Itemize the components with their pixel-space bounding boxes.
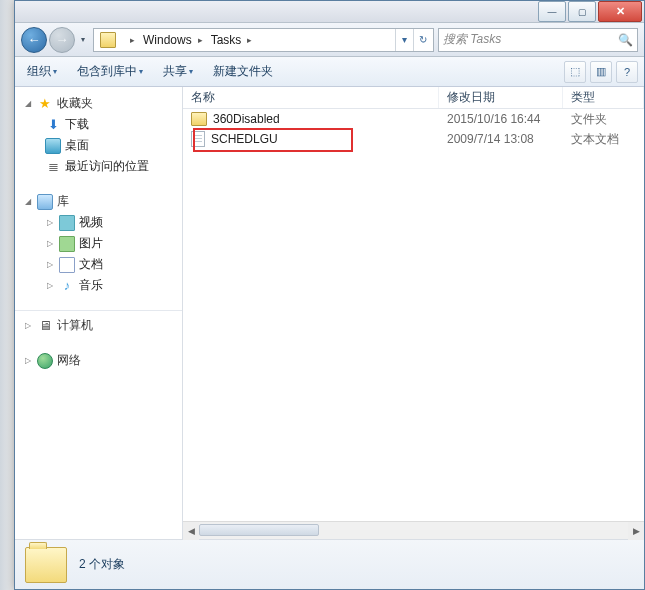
- explorer-window: — ▢ ✕ ← → ▾ ▸ Windows ▸ Tasks ▸ ▾ ↻: [14, 0, 645, 590]
- object-count-label: 2 个对象: [79, 556, 125, 573]
- folder-icon: [100, 32, 116, 48]
- breadcrumb-label: Tasks: [211, 33, 242, 47]
- expand-icon: ▷: [45, 281, 55, 290]
- refresh-button[interactable]: ↻: [413, 29, 431, 51]
- titlebar: — ▢ ✕: [15, 1, 644, 23]
- breadcrumb-label: Windows: [143, 33, 192, 47]
- scroll-thumb[interactable]: [199, 524, 319, 536]
- sidebar-item-recent[interactable]: ≣ 最近访问的位置: [15, 156, 182, 177]
- breadcrumb[interactable]: Windows ▸: [139, 29, 207, 51]
- breadcrumb[interactable]: Tasks ▸: [207, 29, 257, 51]
- folder-icon: [191, 112, 207, 126]
- file-type: 文本文档: [563, 131, 644, 148]
- back-button[interactable]: ←: [21, 27, 47, 53]
- expand-icon: ▷: [23, 321, 33, 330]
- main-area: ◢ ★ 收藏夹 ⬇ 下载 桌面 ≣ 最近访问的位置: [15, 87, 644, 539]
- address-bar-buttons: ▾ ↻: [395, 29, 431, 51]
- scroll-left-button[interactable]: ◀: [183, 522, 199, 540]
- chevron-right-icon: ▸: [198, 35, 203, 45]
- documents-icon: [59, 257, 75, 273]
- column-header-name[interactable]: 名称: [183, 87, 439, 108]
- sidebar-item-downloads[interactable]: ⬇ 下载: [15, 114, 182, 135]
- chevron-down-icon: ▾: [53, 67, 57, 76]
- maximize-button[interactable]: ▢: [568, 1, 596, 22]
- column-headers: 名称 修改日期 类型: [183, 87, 644, 109]
- sidebar-item-label: 视频: [79, 214, 103, 231]
- help-button[interactable]: ?: [616, 61, 638, 83]
- folder-icon: [25, 547, 67, 583]
- search-input[interactable]: 搜索 Tasks 🔍: [438, 28, 638, 52]
- outer-shadow: [0, 0, 14, 590]
- list-item[interactable]: 360Disabled 2015/10/16 16:44 文件夹: [183, 109, 644, 129]
- desktop-icon: [45, 138, 61, 154]
- chevron-right-icon: ▸: [130, 35, 135, 45]
- file-type: 文件夹: [563, 111, 644, 128]
- organize-menu[interactable]: 组织 ▾: [21, 61, 63, 82]
- organize-label: 组织: [27, 63, 51, 80]
- file-rows: 360Disabled 2015/10/16 16:44 文件夹 SCHEDLG…: [183, 109, 644, 521]
- sidebar-item-label: 音乐: [79, 277, 103, 294]
- forward-button[interactable]: →: [49, 27, 75, 53]
- expand-icon: ▷: [45, 218, 55, 227]
- nav-buttons: ← → ▾: [21, 27, 89, 53]
- expand-icon: ▷: [45, 260, 55, 269]
- scroll-right-button[interactable]: ▶: [628, 522, 644, 540]
- sidebar-item-label: 计算机: [57, 317, 93, 334]
- view-options-button[interactable]: ⬚: [564, 61, 586, 83]
- include-in-library-menu[interactable]: 包含到库中 ▾: [71, 61, 149, 82]
- file-date: 2009/7/14 13:08: [439, 132, 563, 146]
- textfile-icon: [191, 131, 205, 147]
- favorites-group: ◢ ★ 收藏夹 ⬇ 下载 桌面 ≣ 最近访问的位置: [15, 93, 182, 177]
- address-dropdown[interactable]: ▾: [395, 29, 413, 51]
- column-header-date[interactable]: 修改日期: [439, 87, 563, 108]
- star-icon: ★: [37, 96, 53, 112]
- nav-history-dropdown[interactable]: ▾: [77, 27, 89, 53]
- share-menu[interactable]: 共享 ▾: [157, 61, 199, 82]
- minimize-button[interactable]: —: [538, 1, 566, 22]
- sidebar-item-label: 图片: [79, 235, 103, 252]
- column-header-type[interactable]: 类型: [563, 87, 644, 108]
- sidebar-item-label: 文档: [79, 256, 103, 273]
- sidebar-item-desktop[interactable]: 桌面: [15, 135, 182, 156]
- sidebar-item-videos[interactable]: ▷ 视频: [15, 212, 182, 233]
- search-placeholder: 搜索 Tasks: [443, 31, 501, 48]
- favorites-label: 收藏夹: [57, 95, 93, 112]
- toolbar: 组织 ▾ 包含到库中 ▾ 共享 ▾ 新建文件夹 ⬚ ▥ ?: [15, 57, 644, 87]
- list-item[interactable]: SCHEDLGU 2009/7/14 13:08 文本文档: [183, 129, 644, 149]
- sidebar-item-computer[interactable]: ▷ 🖥 计算机: [15, 315, 182, 336]
- chevron-right-icon: ▸: [247, 35, 252, 45]
- favorites-header[interactable]: ◢ ★ 收藏夹: [15, 93, 182, 114]
- breadcrumb[interactable]: ▸: [120, 29, 139, 51]
- sidebar-item-pictures[interactable]: ▷ 图片: [15, 233, 182, 254]
- close-button[interactable]: ✕: [598, 1, 642, 22]
- computer-group: ▷ 🖥 计算机: [15, 315, 182, 336]
- sidebar-item-music[interactable]: ▷ ♪ 音乐: [15, 275, 182, 296]
- chevron-down-icon: ▾: [189, 67, 193, 76]
- sidebar-item-label: 最近访问的位置: [65, 158, 149, 175]
- expand-icon: ▷: [23, 356, 33, 365]
- sidebar-item-label: 网络: [57, 352, 81, 369]
- downloads-icon: ⬇: [45, 117, 61, 133]
- share-label: 共享: [163, 63, 187, 80]
- libraries-icon: [37, 194, 53, 210]
- computer-icon: 🖥: [37, 318, 53, 334]
- new-folder-button[interactable]: 新建文件夹: [207, 61, 279, 82]
- libraries-header[interactable]: ◢ 库: [15, 191, 182, 212]
- navbar: ← → ▾ ▸ Windows ▸ Tasks ▸ ▾ ↻ 搜索 Tasks: [15, 23, 644, 57]
- sidebar-item-network[interactable]: ▷ 网络: [15, 350, 182, 371]
- music-icon: ♪: [59, 278, 75, 294]
- horizontal-scrollbar[interactable]: ◀ ▶: [183, 521, 644, 539]
- libraries-label: 库: [57, 193, 69, 210]
- sidebar-item-documents[interactable]: ▷ 文档: [15, 254, 182, 275]
- recent-icon: ≣: [45, 159, 61, 175]
- preview-pane-button[interactable]: ▥: [590, 61, 612, 83]
- expand-icon: ◢: [23, 99, 33, 108]
- file-date: 2015/10/16 16:44: [439, 112, 563, 126]
- navigation-pane: ◢ ★ 收藏夹 ⬇ 下载 桌面 ≣ 最近访问的位置: [15, 87, 183, 539]
- file-name: 360Disabled: [213, 112, 280, 126]
- sidebar-item-label: 桌面: [65, 137, 89, 154]
- details-pane: 2 个对象: [15, 539, 644, 589]
- address-bar[interactable]: ▸ Windows ▸ Tasks ▸ ▾ ↻: [93, 28, 434, 52]
- include-label: 包含到库中: [77, 63, 137, 80]
- file-name: SCHEDLGU: [211, 132, 278, 146]
